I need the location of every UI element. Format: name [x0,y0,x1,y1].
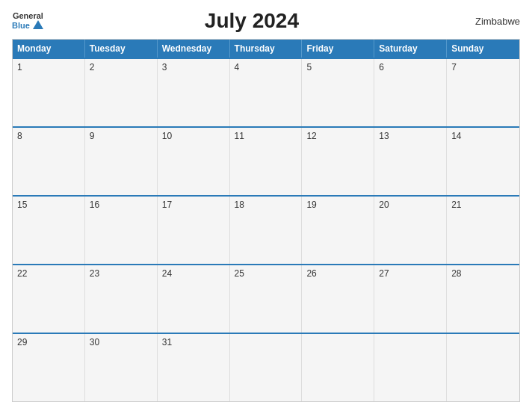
day-number: 27 [379,268,389,279]
day-number: 21 [451,200,461,210]
calendar-cell: 31 [158,334,230,401]
day-number: 17 [162,200,172,210]
calendar-cell: 27 [374,265,447,333]
calendar-week-4: 22232425262728 [13,264,519,333]
calendar-cell: 2 [85,59,158,126]
day-number: 5 [306,62,312,72]
calendar-cell [230,334,303,401]
calendar-cell: 10 [158,128,230,195]
logo: General Blue [12,11,43,31]
calendar-cell: 18 [230,197,303,264]
day-number: 31 [162,337,172,347]
calendar-week-3: 15161718192021 [13,195,519,264]
calendar-cell: 30 [85,334,158,401]
day-number: 14 [451,131,461,141]
day-number: 15 [17,200,27,210]
header: General Blue July 2024 Zimbabwe [12,9,520,33]
day-number: 26 [306,268,316,279]
calendar-cell: 26 [302,265,374,333]
col-monday: Monday [13,40,85,58]
day-number: 6 [379,62,384,72]
calendar-header-row: Monday Tuesday Wednesday Thursday Friday… [13,40,519,58]
day-number: 20 [379,200,389,210]
calendar-week-1: 1234567 [13,58,519,126]
calendar-cell: 29 [13,334,85,401]
col-thursday: Thursday [230,40,303,58]
day-number: 25 [235,268,244,279]
calendar-cell: 5 [302,59,374,126]
calendar-cell: 3 [158,59,230,126]
day-number: 29 [17,337,27,347]
calendar-cell: 23 [85,265,158,333]
calendar-cell: 24 [158,265,230,333]
calendar-cell: 19 [302,197,374,264]
day-number: 10 [162,131,172,141]
calendar-cell: 25 [230,265,303,333]
day-number: 3 [162,62,167,72]
logo-blue-text: Blue [12,21,30,30]
calendar-body: 1234567891011121314151617181920212223242… [13,58,519,401]
calendar-cell: 21 [447,197,519,264]
day-number: 30 [90,337,99,347]
page: General Blue July 2024 Zimbabwe Monday T… [0,0,532,411]
day-number: 22 [17,268,27,279]
calendar-cell: 15 [13,197,85,264]
calendar-cell: 14 [447,128,519,195]
day-number: 4 [235,62,240,72]
country-label: Zimbabwe [460,16,520,27]
day-number: 18 [235,200,244,210]
day-number: 24 [162,268,172,279]
day-number: 9 [90,131,95,141]
day-number: 12 [306,131,316,141]
calendar-cell: 13 [374,128,447,195]
calendar-cell: 9 [85,128,158,195]
col-saturday: Saturday [374,40,447,58]
col-sunday: Sunday [447,40,519,58]
calendar-cell: 20 [374,197,447,264]
calendar: Monday Tuesday Wednesday Thursday Friday… [12,39,520,402]
col-friday: Friday [302,40,374,58]
logo-triangle-icon [33,20,43,29]
calendar-title: July 2024 [43,9,460,33]
calendar-cell: 7 [447,59,519,126]
day-number: 8 [17,131,22,141]
calendar-cell: 11 [230,128,303,195]
col-tuesday: Tuesday [85,40,158,58]
calendar-cell: 1 [13,59,85,126]
calendar-cell [302,334,374,401]
logo-general-text: General [13,11,43,20]
day-number: 28 [451,268,461,279]
calendar-cell: 8 [13,128,85,195]
day-number: 7 [451,62,457,72]
day-number: 16 [90,200,99,210]
day-number: 23 [90,268,99,279]
calendar-cell: 16 [85,197,158,264]
calendar-cell: 6 [374,59,447,126]
day-number: 1 [17,62,22,72]
calendar-cell: 22 [13,265,85,333]
calendar-cell: 17 [158,197,230,264]
calendar-cell [447,334,519,401]
calendar-week-5: 293031 [13,333,519,401]
calendar-cell: 4 [230,59,303,126]
day-number: 11 [235,131,244,141]
calendar-cell: 12 [302,128,374,195]
calendar-week-2: 891011121314 [13,126,519,195]
calendar-cell [374,334,447,401]
day-number: 2 [90,62,95,72]
col-wednesday: Wednesday [158,40,230,58]
day-number: 13 [379,131,389,141]
day-number: 19 [306,200,316,210]
calendar-cell: 28 [447,265,519,333]
